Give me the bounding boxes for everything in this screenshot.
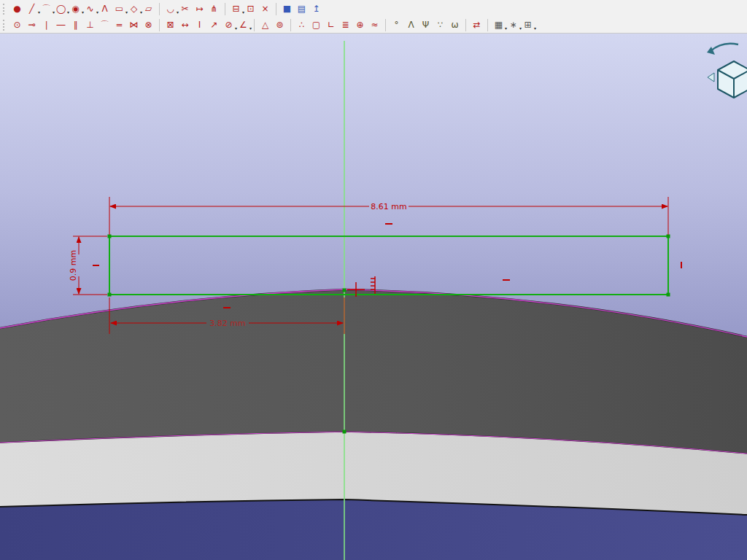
- dimension-offset-label[interactable]: 3.82 mm: [209, 319, 245, 328]
- construction-mode-icon[interactable]: ×: [258, 2, 272, 16]
- model-body: [0, 289, 747, 560]
- view-sketch-cube-icon[interactable]: ■: [280, 2, 294, 16]
- sketch-vertex[interactable]: [667, 293, 670, 297]
- select-origin-icon[interactable]: ⊕: [353, 18, 367, 32]
- scene-canvas: 8.61 mm 0.9 mm: [0, 34, 747, 560]
- 3d-viewport[interactable]: 8.61 mm 0.9 mm: [0, 34, 747, 560]
- constraint-perpendicular-icon[interactable]: ⊥: [83, 18, 97, 32]
- dimension-height[interactable]: 0.9 mm: [69, 236, 107, 295]
- external-geometry-icon[interactable]: ⊟▾: [229, 2, 243, 16]
- navcube-cube-body[interactable]: [718, 61, 747, 98]
- bspline-show-degree-icon[interactable]: °: [390, 18, 403, 32]
- view-section-icon[interactable]: ▤: [295, 2, 309, 16]
- toggle-driving-constraint-icon[interactable]: △: [258, 18, 272, 32]
- toolbar-drag-handle[interactable]: [3, 20, 7, 31]
- sketch-vertex[interactable]: [108, 235, 112, 238]
- create-polygon-icon[interactable]: ◇▾: [127, 2, 141, 16]
- navigation-cube[interactable]: [705, 36, 747, 109]
- create-arc-icon[interactable]: ⌒▾: [39, 2, 53, 16]
- close-shape-icon[interactable]: ▢: [309, 18, 323, 32]
- create-rectangle-icon[interactable]: ▭▾: [112, 2, 126, 16]
- create-line-icon[interactable]: ╱▾: [25, 2, 39, 16]
- toolbar-separator: [276, 3, 276, 15]
- create-slot-icon[interactable]: ▱: [142, 2, 155, 16]
- create-circle-icon[interactable]: ◯▾: [54, 2, 68, 16]
- select-redundant-constraints-icon[interactable]: ≈: [368, 18, 382, 32]
- split-edge-icon[interactable]: ⋔: [207, 2, 221, 16]
- toolbar-separator: [159, 3, 160, 15]
- create-conic-icon[interactable]: ◉▾: [69, 2, 82, 16]
- constraint-equal-icon[interactable]: =: [112, 18, 126, 32]
- bspline-knot-multiplicity-icon[interactable]: ∵: [433, 18, 447, 32]
- dimension-width-label[interactable]: 8.61 mm: [371, 202, 406, 211]
- constraint-distance-y-icon[interactable]: I: [193, 18, 206, 32]
- select-constraints-icon[interactable]: ≣: [338, 18, 352, 32]
- carbon-copy-icon[interactable]: ⊡: [244, 2, 258, 16]
- create-polyline-icon[interactable]: Λ: [98, 2, 112, 16]
- constraint-coincident-icon[interactable]: ⊙: [10, 18, 24, 32]
- bspline-control-polygon-icon[interactable]: Λ: [404, 18, 418, 32]
- toolbar-drag-handle[interactable]: [3, 4, 7, 15]
- sketch-vertex[interactable]: [343, 430, 347, 434]
- toolbar-group-geometries: ●╱▾⌒▾◯▾◉▾∿▾Λ▭▾◇▾▱◡▾✂↦⋔⊟▾⊡×■▤↥: [10, 2, 323, 16]
- extend-edge-icon[interactable]: ↦: [193, 2, 206, 16]
- sketch-vertex[interactable]: [343, 289, 347, 292]
- constraint-symmetric-icon[interactable]: ⋈: [127, 18, 141, 32]
- sketch-vertex[interactable]: [108, 293, 112, 297]
- toolbar-separator: [385, 19, 386, 31]
- toolbar-row-constraints: ⊙⊸∣―∥⊥⌒=⋈⊗⊠↔I↗⊘▾∠▾△⊚∴▢∟≣⊕≈°ΛΨ∵ω⇄▦▾∗▾⊞▾: [0, 17, 747, 33]
- dropdown-arrow-icon[interactable]: ▾: [249, 21, 252, 35]
- toolbar-separator: [159, 19, 160, 31]
- trim-edge-icon[interactable]: ✂: [178, 2, 192, 16]
- dimension-width[interactable]: 8.61 mm: [109, 197, 668, 235]
- toggle-snap-icon[interactable]: ∗▾: [506, 18, 520, 32]
- constraint-diameter-icon[interactable]: ⊘▾: [222, 18, 236, 32]
- navcube-rotate-arrow[interactable]: [711, 44, 738, 51]
- model-top-face[interactable]: [0, 289, 747, 454]
- navcube-left-arrow[interactable]: [708, 73, 714, 82]
- constraint-point-on-object-icon[interactable]: ⊸: [25, 18, 39, 32]
- sketch-rectangle[interactable]: [109, 236, 668, 295]
- constraint-angle-icon[interactable]: ∠▾: [236, 18, 250, 32]
- fillet-icon[interactable]: ◡▾: [163, 2, 177, 16]
- sketch-vertex[interactable]: [667, 235, 670, 238]
- toggle-grid-icon[interactable]: ▦▾: [492, 18, 506, 32]
- bspline-curvature-comb-icon[interactable]: Ψ: [419, 18, 433, 32]
- connect-edges-icon[interactable]: ∟: [324, 18, 338, 32]
- toolbar-separator: [290, 19, 291, 31]
- constraint-distance-x-icon[interactable]: ↔: [178, 18, 192, 32]
- switch-virtual-space-icon[interactable]: ⇄: [470, 18, 484, 32]
- select-unconstrained-dof-icon[interactable]: ∴: [295, 18, 309, 32]
- constraint-distance-icon[interactable]: ↗: [207, 18, 221, 32]
- toolbar-separator: [465, 19, 466, 31]
- constraint-vertical-icon[interactable]: ∣: [39, 18, 53, 32]
- constraint-block-icon[interactable]: ⊗: [142, 18, 155, 32]
- toolbar-separator: [254, 19, 255, 31]
- bspline-point-weight-icon[interactable]: ω: [448, 18, 462, 32]
- constraint-marks[interactable]: [503, 262, 681, 280]
- toolbar-row-geometries: ●╱▾⌒▾◯▾◉▾∿▾Λ▭▾◇▾▱◡▾✂↦⋔⊟▾⊡×■▤↥: [0, 1, 747, 17]
- create-point-icon[interactable]: ●: [10, 2, 24, 16]
- dropdown-arrow-icon[interactable]: ▾: [534, 21, 536, 35]
- freecad-window: ●╱▾⌒▾◯▾◉▾∿▾Λ▭▾◇▾▱◡▾✂↦⋔⊟▾⊡×■▤↥ ⊙⊸∣―∥⊥⌒=⋈⊗…: [0, 0, 747, 560]
- leave-sketch-icon[interactable]: ↥: [309, 2, 323, 16]
- main-toolbar: ●╱▾⌒▾◯▾◉▾∿▾Λ▭▾◇▾▱◡▾✂↦⋔⊟▾⊡×■▤↥ ⊙⊸∣―∥⊥⌒=⋈⊗…: [0, 0, 747, 34]
- create-bspline-icon[interactable]: ∿▾: [83, 2, 97, 16]
- constraint-tangent-icon[interactable]: ⌒: [98, 18, 112, 32]
- constraint-lock-icon[interactable]: ⊠: [163, 18, 177, 32]
- toolbar-separator: [487, 19, 488, 31]
- toolbar-separator: [225, 3, 225, 15]
- dimension-height-label[interactable]: 0.9 mm: [69, 250, 78, 281]
- render-order-icon[interactable]: ⊞▾: [521, 18, 535, 32]
- constraint-horizontal-icon[interactable]: ―: [54, 18, 68, 32]
- toolbar-group-constraints: ⊙⊸∣―∥⊥⌒=⋈⊗⊠↔I↗⊘▾∠▾△⊚∴▢∟≣⊕≈°ΛΨ∵ω⇄▦▾∗▾⊞▾: [10, 18, 535, 32]
- toggle-active-constraint-icon[interactable]: ⊚: [273, 18, 287, 32]
- constraint-parallel-icon[interactable]: ∥: [69, 18, 82, 32]
